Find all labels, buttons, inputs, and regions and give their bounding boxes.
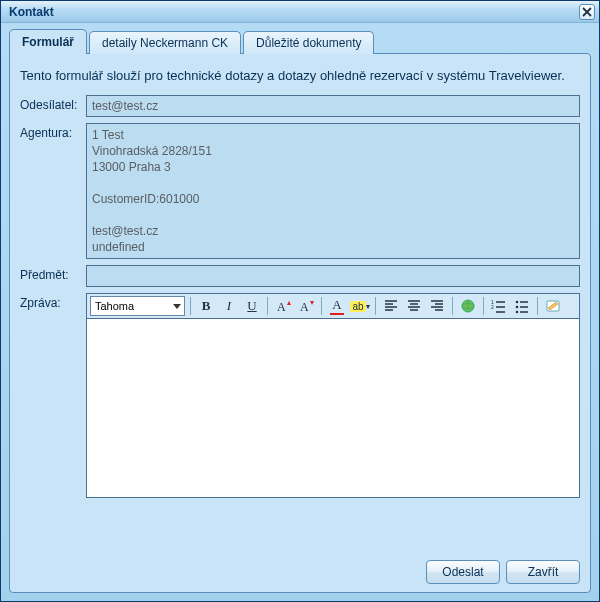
dialog-window: Kontakt Formulář detaily Neckermann CK D… <box>0 0 600 602</box>
tabstrip: Formulář detaily Neckermann CK Důležité … <box>1 23 599 54</box>
italic-button[interactable]: I <box>219 296 239 316</box>
svg-text:2: 2 <box>491 304 494 310</box>
font-color-icon: A <box>330 297 344 315</box>
intro-text: Tento formulář slouží pro technické dota… <box>20 68 580 83</box>
tab-form[interactable]: Formulář <box>9 29 87 54</box>
source-edit-icon <box>545 298 561 314</box>
bold-button[interactable]: B <box>196 296 216 316</box>
source-edit-button[interactable] <box>543 296 563 316</box>
rich-editor: Tahoma B I U A A A <box>86 293 580 498</box>
label-subject: Předmět: <box>20 265 86 282</box>
tab-details-neckermann[interactable]: detaily Neckermann CK <box>89 31 241 54</box>
svg-point-7 <box>516 306 519 309</box>
align-left-icon <box>383 298 399 314</box>
input-subject[interactable] <box>86 265 580 287</box>
toolbar-separator <box>452 297 453 315</box>
tab-documents[interactable]: Důležité dokumenty <box>243 31 374 54</box>
send-button[interactable]: Odeslat <box>426 560 500 584</box>
label-message: Zpráva: <box>20 293 86 310</box>
font-color-button[interactable]: A <box>327 296 347 316</box>
grow-font-button[interactable]: A <box>273 296 293 316</box>
window-title: Kontakt <box>9 5 54 19</box>
chevron-down-icon <box>173 304 181 309</box>
unordered-list-icon <box>514 298 530 314</box>
toolbar-separator <box>375 297 376 315</box>
field-sender: test@test.cz <box>86 95 580 117</box>
grow-font-icon: A <box>275 298 291 314</box>
titlebar: Kontakt <box>1 1 599 23</box>
dialog-footer: Odeslat Zavřít <box>20 552 580 584</box>
toolbar-separator <box>483 297 484 315</box>
row-subject: Předmět: <box>20 265 580 287</box>
window-close-button[interactable] <box>579 4 595 20</box>
font-family-select[interactable]: Tahoma <box>90 296 185 316</box>
label-agency: Agentura: <box>20 123 86 140</box>
shrink-font-button[interactable]: A <box>296 296 316 316</box>
close-button[interactable]: Zavřít <box>506 560 580 584</box>
toolbar-separator <box>537 297 538 315</box>
toolbar-separator <box>321 297 322 315</box>
font-family-value: Tahoma <box>95 300 134 312</box>
align-right-icon <box>429 298 445 314</box>
close-icon <box>582 7 592 17</box>
align-right-button[interactable] <box>427 296 447 316</box>
row-message: Zpráva: Tahoma B I U A A <box>20 293 580 546</box>
row-sender: Odesílatel: test@test.cz <box>20 95 580 117</box>
editor-toolbar: Tahoma B I U A A A <box>86 293 580 318</box>
svg-text:A: A <box>300 300 309 314</box>
link-icon <box>460 298 476 314</box>
underline-button[interactable]: U <box>242 296 262 316</box>
align-center-icon <box>406 298 422 314</box>
unordered-list-button[interactable] <box>512 296 532 316</box>
highlight-icon: ab <box>350 301 365 312</box>
align-left-button[interactable] <box>381 296 401 316</box>
shrink-font-icon: A <box>298 298 314 314</box>
row-agency: Agentura: 1 Test Vinohradská 2828/151 13… <box>20 123 580 259</box>
field-agency: 1 Test Vinohradská 2828/151 13000 Praha … <box>86 123 580 259</box>
highlight-button[interactable]: ab▾ <box>350 296 370 316</box>
label-sender: Odesílatel: <box>20 95 86 112</box>
align-center-button[interactable] <box>404 296 424 316</box>
toolbar-separator <box>267 297 268 315</box>
svg-text:A: A <box>277 300 286 314</box>
toolbar-separator <box>190 297 191 315</box>
ordered-list-button[interactable]: 12 <box>489 296 509 316</box>
insert-link-button[interactable] <box>458 296 478 316</box>
editor-body[interactable] <box>86 318 580 498</box>
svg-point-8 <box>516 311 519 314</box>
ordered-list-icon: 12 <box>491 298 507 314</box>
tab-panel-form: Tento formulář slouží pro technické dota… <box>9 53 591 593</box>
svg-point-6 <box>516 301 519 304</box>
